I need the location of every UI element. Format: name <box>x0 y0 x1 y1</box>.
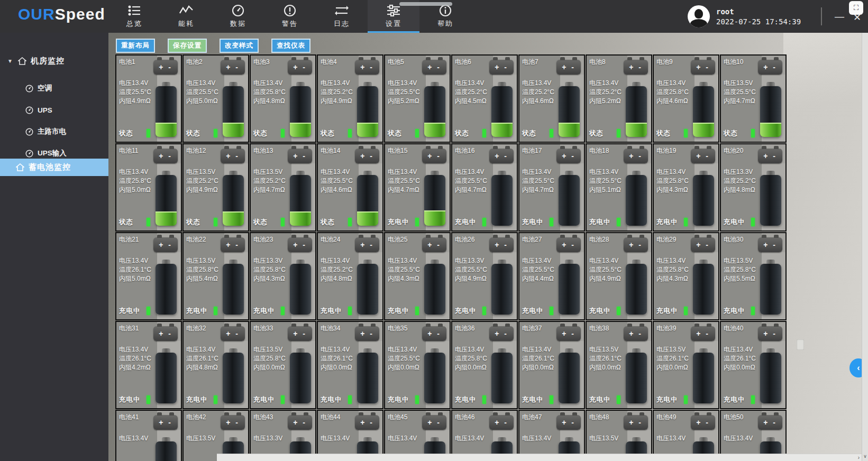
nav-tab-能耗[interactable]: 能耗 <box>160 0 212 33</box>
battery-card[interactable]: 电池41 + - 电压13.4V <box>115 410 182 461</box>
battery-status: 充电中 <box>724 218 745 227</box>
battery-card[interactable]: 电池13 + - 电压13.5V 温度25.2°C 内阻4.7mΩ 状态 <box>250 143 316 232</box>
battery-temperature: 温度25.2°C <box>321 265 353 274</box>
battery-temperature: 温度25.5°C <box>186 88 218 97</box>
battery-level-icon <box>357 171 378 226</box>
toolbar-button-重新布局[interactable]: 重新布局 <box>116 39 155 53</box>
nav-tab-label: 日志 <box>334 19 350 29</box>
terminal-plus-minus-label: + - <box>696 329 710 338</box>
tree-expand-caret-icon[interactable]: ▼ <box>7 58 13 64</box>
battery-status: 充电中 <box>388 395 409 404</box>
battery-card[interactable]: 电池10 + - 电压13.5V 温度25.5°C 内阻4.7mΩ 状态 <box>720 54 787 143</box>
battery-card[interactable]: 电池35 + - 电压13.4V 温度25.5°C 内阻0.0mΩ 充电中 <box>384 321 451 409</box>
battery-card[interactable]: 电池9 + - 电压13.4V 温度25.8°C 内阻4.6mΩ 状态 <box>653 54 719 143</box>
battery-resistance: 内阻4.2mΩ <box>119 363 151 372</box>
battery-card[interactable]: 电池20 + - 电压13.3V 温度25.2°C 内阻4.8mΩ 充电中 <box>720 143 787 232</box>
battery-voltage: 电压13.4V <box>186 79 218 88</box>
battery-terminal-icon: + - <box>624 326 648 341</box>
battery-card[interactable]: 电池25 + - 电压13.4V 温度25.5°C 内阻4.3mΩ 充电中 <box>384 232 451 320</box>
scroll-right-arrow-icon[interactable]: › <box>858 455 860 460</box>
battery-card[interactable]: 电池37 + - 电压13.4V 温度26.1°C 内阻0.0mΩ 充电中 <box>518 321 585 409</box>
battery-card[interactable]: 电池24 + - 电压13.4V 温度25.2°C 内阻4.8mΩ 充电中 <box>317 232 383 320</box>
nav-tab-总览[interactable]: 总览 <box>108 0 160 33</box>
battery-card[interactable]: 电池39 + - 电压13.5V 温度26.1°C 内阻0.0mΩ 充电中 <box>653 321 719 409</box>
sidebar-item-battery-monitoring[interactable]: 蓄电池监控 <box>0 159 108 176</box>
battery-voltage: 电压13.4V <box>119 345 151 354</box>
battery-card[interactable]: 电池27 + - 电压13.4V 温度25.5°C 内阻4.4mΩ 充电中 <box>518 232 585 320</box>
battery-card[interactable]: 电池15 + - 电压13.4V 温度25.5°C 内阻4.7mΩ 充电中 <box>384 143 451 232</box>
terminal-plus-minus-label: + - <box>427 63 441 71</box>
terminal-plus-minus-label: + - <box>360 241 374 249</box>
status-led-icon <box>684 307 688 315</box>
vertical-scrollbar[interactable]: ∨ <box>862 33 868 461</box>
scroll-down-arrow-icon[interactable]: ∨ <box>862 454 868 459</box>
battery-resistance: 内阻0.0mΩ <box>589 363 622 372</box>
battery-resistance: 内阻4.6mΩ <box>656 97 689 106</box>
battery-card[interactable]: 电池19 + - 电压13.4V 温度25.8°C 内阻4.3mΩ 充电中 <box>653 143 719 232</box>
battery-card[interactable]: 电池6 + - 电压13.4V 温度25.2°C 内阻4.5mΩ 状态 <box>451 54 518 143</box>
battery-voltage: 电压13.4V <box>522 345 554 354</box>
terminal-plus-minus-label: + - <box>427 241 441 249</box>
battery-card[interactable]: 电池38 + - 电压13.5V 温度26.1°C 内阻0.0mΩ 充电中 <box>586 321 652 409</box>
battery-status: 充电中 <box>388 307 409 316</box>
battery-card[interactable]: 电池3 + - 电压13.4V 温度25.8°C 内阻4.8mΩ 状态 <box>250 54 316 143</box>
nav-tab-label: 数据 <box>230 19 246 29</box>
sidebar-item-UPS[interactable]: UPS <box>0 102 108 118</box>
minimize-button[interactable]: — <box>835 12 844 21</box>
battery-temperature: 温度26.1°C <box>321 354 353 363</box>
toolbar-button-改变样式[interactable]: 改变样式 <box>220 39 259 53</box>
battery-name: 电池40 <box>724 324 743 333</box>
battery-voltage: 电压13.3V <box>253 256 286 265</box>
terminal-plus-minus-label: + - <box>629 329 643 338</box>
battery-card[interactable]: 电池29 + - 电压13.4V 温度25.8°C 内阻4.3mΩ 充电中 <box>653 232 719 320</box>
battery-card[interactable]: 电池1 + - 电压13.4V 温度25.5°C 内阻4.9mΩ 状态 <box>115 54 182 143</box>
battery-temperature: 温度26.1°C <box>724 354 756 363</box>
battery-card[interactable]: 电池32 + - 电压13.4V 温度26.1°C 内阻4.8mΩ 充电中 <box>182 321 249 409</box>
user-area[interactable]: root 2022-07-25 17:54:39 <box>688 0 801 33</box>
battery-status: 状态 <box>119 129 133 138</box>
battery-card[interactable]: 电池23 + - 电压13.3V 温度25.8°C 内阻4.3mΩ 充电中 <box>250 232 316 320</box>
nav-tab-数据[interactable]: 数据 <box>212 0 264 33</box>
battery-temperature: 温度26.1°C <box>186 354 218 363</box>
horizontal-scrollbar[interactable]: › <box>217 454 862 461</box>
battery-card[interactable]: 电池40 + - 电压13.4V 温度26.1°C 内阻0.0mΩ 充电中 <box>720 321 787 409</box>
battery-resistance: 内阻4.3mΩ <box>656 274 689 283</box>
sidebar-item-主路市电[interactable]: 主路市电 <box>0 124 108 140</box>
status-led-icon <box>214 129 217 137</box>
battery-card[interactable]: 电池31 + - 电压13.4V 温度26.1°C 内阻4.2mΩ 充电中 <box>115 321 182 409</box>
battery-card[interactable]: 电池28 + - 电压13.4V 温度25.5°C 内阻4.9mΩ 充电中 <box>586 232 652 320</box>
terminal-plus-minus-label: + - <box>562 63 575 71</box>
battery-card[interactable]: 电池12 + - 电压13.5V 温度25.2°C 内阻4.9mΩ 状态 <box>182 143 249 232</box>
terminal-plus-minus-label: + - <box>629 63 643 71</box>
battery-card[interactable]: 电池5 + - 电压13.4V 温度25.5°C 内阻5.2mΩ 状态 <box>384 54 451 143</box>
battery-status: 充电中 <box>724 395 745 404</box>
battery-card[interactable]: 电池11 + - 电压13.4V 温度25.8°C 内阻5.0mΩ 状态 <box>115 143 182 232</box>
battery-card[interactable]: 电池18 + - 电压13.4V 温度25.5°C 内阻5.1mΩ 充电中 <box>586 143 652 232</box>
battery-card[interactable]: 电池21 + - 电压13.4V 温度26.1°C 内阻5.0mΩ 充电中 <box>115 232 182 320</box>
battery-card[interactable]: 电池26 + - 电压13.3V 温度25.5°C 内阻4.9mΩ 充电中 <box>451 232 518 320</box>
screen-capture-icon[interactable]: ⛶ <box>849 1 863 15</box>
battery-card[interactable]: 电池30 + - 电压13.5V 温度25.8°C 内阻5.5mΩ 充电中 <box>720 232 787 320</box>
battery-card[interactable]: 电池2 + - 电压13.4V 温度25.5°C 内阻5.0mΩ 状态 <box>182 54 249 143</box>
battery-card[interactable]: 电池4 + - 电压13.4V 温度25.2°C 内阻4.9mΩ 状态 <box>317 54 383 143</box>
battery-card[interactable]: 电池8 + - 电压13.4V 温度25.2°C 内阻5.2mΩ 状态 <box>586 54 652 143</box>
status-led-icon <box>482 129 486 137</box>
battery-card[interactable]: 电池7 + - 电压13.4V 温度25.2°C 内阻4.6mΩ 状态 <box>518 54 585 143</box>
battery-level-icon <box>559 171 580 226</box>
battery-card[interactable]: 电池16 + - 电压13.4V 温度25.5°C 内阻4.7mΩ 充电中 <box>451 143 518 232</box>
battery-level-icon <box>357 260 378 315</box>
battery-card[interactable]: 电池36 + - 电压13.4V 温度25.8°C 内阻0.0mΩ 充电中 <box>451 321 518 409</box>
battery-level-icon <box>693 82 714 137</box>
battery-card[interactable]: 电池17 + - 电压13.4V 温度25.5°C 内阻4.7mΩ 充电中 <box>518 143 585 232</box>
nav-tab-警告[interactable]: 警告 <box>264 0 316 33</box>
battery-card[interactable]: 电池14 + - 电压13.4V 温度25.5°C 内阻4.6mΩ 状态 <box>317 143 383 232</box>
toolbar-button-查找仪表[interactable]: 查找仪表 <box>271 39 310 53</box>
battery-card[interactable]: 电池33 + - 电压13.5V 温度25.8°C 内阻0.0mΩ 充电中 <box>250 321 316 409</box>
sidebar-item-room-monitoring[interactable]: ▼ 机房监控 <box>0 53 108 69</box>
toolbar-button-保存设置[interactable]: 保存设置 <box>168 39 207 53</box>
nav-tab-日志[interactable]: 日志 <box>316 0 368 33</box>
sidebar-item-空调[interactable]: 空调 <box>0 80 108 96</box>
status-led-icon <box>751 218 755 226</box>
battery-card[interactable]: 电池22 + - 电压13.5V 温度25.8°C 内阻5.4mΩ 充电中 <box>182 232 249 320</box>
battery-card[interactable]: 电池34 + - 电压13.4V 温度26.1°C 内阻0.0mΩ 充电中 <box>317 321 383 409</box>
